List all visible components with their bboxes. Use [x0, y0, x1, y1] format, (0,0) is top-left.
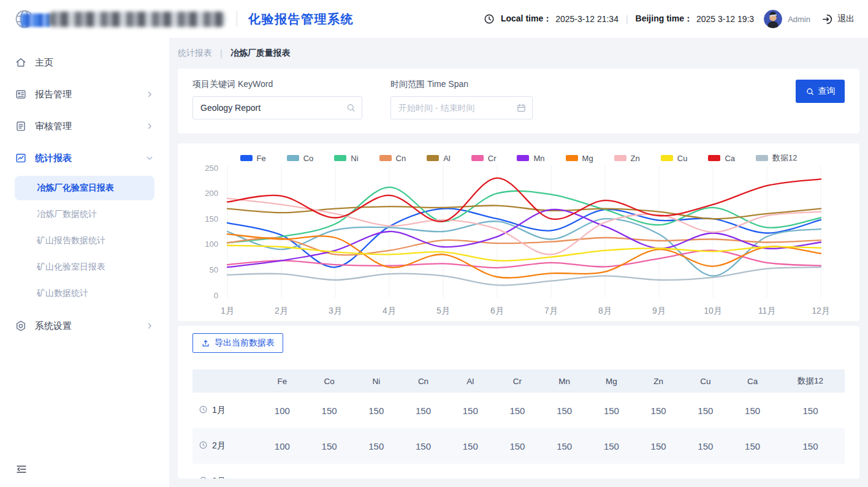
- legend-item-Fe[interactable]: Fe: [240, 153, 266, 163]
- legend-item-Co[interactable]: Co: [287, 153, 314, 163]
- company-name-blurred: [49, 12, 226, 27]
- legend-item-Zn[interactable]: Zn: [614, 153, 640, 163]
- legend-item-Ca[interactable]: Ca: [708, 153, 735, 163]
- sidebar-subitem[interactable]: 冶炼厂数据统计: [15, 202, 154, 227]
- chart-panel: Fe Co Ni Cn Al Cr Mn Mg Zn Cu Ca 数据12 1月…: [178, 143, 859, 321]
- keyword-input[interactable]: [192, 96, 362, 119]
- legend-item-Ni[interactable]: Ni: [334, 153, 358, 163]
- x-tick-label: 2月: [275, 306, 288, 315]
- export-button[interactable]: 导出当前数据表: [192, 333, 283, 353]
- header-cell-Ca: Ca: [729, 369, 776, 393]
- avatar-image: [764, 10, 782, 28]
- sidebar-item-report[interactable]: 报告管理: [15, 81, 154, 108]
- legend-label: Fe: [257, 154, 266, 163]
- legend-item-Mg[interactable]: Mg: [566, 153, 593, 163]
- legend-item-Cn[interactable]: Cn: [379, 153, 406, 163]
- search-icon: [346, 103, 356, 113]
- series-line-Ni: [227, 187, 821, 243]
- clock-icon: [199, 440, 208, 450]
- sidebar-subitem[interactable]: 冶炼厂化验室日报表: [15, 176, 154, 200]
- search-button-label: 查询: [818, 86, 836, 97]
- legend-swatch: [661, 155, 673, 161]
- sidebar-subitem[interactable]: 矿山化验室日报表: [15, 255, 154, 279]
- sidebar-subitem-label: 冶炼厂数据统计: [37, 209, 97, 220]
- sidebar-subitem[interactable]: 矿山报告数据统计: [15, 228, 154, 253]
- x-tick-label: 10月: [704, 306, 722, 315]
- sidebar-item-label: 统计报表: [35, 153, 72, 164]
- sidebar-subitem[interactable]: 矿山数据统计: [15, 281, 154, 306]
- legend-swatch: [334, 155, 346, 161]
- legend-item-数据12[interactable]: 数据12: [756, 153, 797, 163]
- value-cell: 150: [776, 428, 845, 464]
- sidebar-item-audit[interactable]: 审核管理: [15, 113, 154, 140]
- month-cell: 3月: [192, 464, 259, 478]
- table-body: 1月1001501501501501501501501501501501502月…: [192, 393, 845, 478]
- value-cell: 150: [635, 464, 682, 478]
- timespan-input[interactable]: [390, 96, 533, 119]
- local-time-value: 2025-3-12 21:34: [555, 14, 619, 24]
- x-tick-label: 11月: [758, 306, 776, 315]
- breadcrumb-parent[interactable]: 统计报表: [178, 48, 212, 59]
- value-cell: 150: [306, 393, 353, 428]
- value-cell: 150: [588, 428, 635, 464]
- value-cell: 150: [776, 393, 845, 428]
- avatar[interactable]: [764, 10, 782, 28]
- user-name[interactable]: Admin: [788, 15, 810, 24]
- sidebar-item-settings[interactable]: 系统设置: [15, 312, 154, 339]
- y-tick-label: 250: [205, 164, 218, 173]
- value-cell: 150: [541, 428, 588, 464]
- value-cell: 150: [635, 428, 682, 464]
- sidebar-item-label: 报告管理: [35, 89, 72, 100]
- legend-item-Mn[interactable]: Mn: [517, 153, 544, 163]
- series-line-Ca: [227, 178, 821, 222]
- logout-icon: [821, 13, 833, 25]
- legend-label: Cn: [396, 154, 406, 163]
- chevron-right-icon: [145, 121, 154, 131]
- legend-item-Cu[interactable]: Cu: [661, 153, 688, 163]
- legend-item-Al[interactable]: Al: [427, 153, 451, 163]
- beijing-time: Beijing time： 2025 3-12 19:3: [636, 13, 755, 25]
- sidebar-item-stats[interactable]: 统计报表: [15, 145, 154, 172]
- y-tick-label: 200: [205, 189, 218, 198]
- y-tick-label: 50: [210, 265, 218, 274]
- header-cell-Cr: Cr: [494, 369, 541, 393]
- table-row: 1月100150150150150150150150150150150150: [192, 393, 845, 428]
- value-cell: 150: [588, 393, 635, 428]
- sidebar-subitem-label: 冶炼厂化验室日报表: [37, 183, 114, 194]
- sidebar-item-home[interactable]: 主页: [15, 49, 154, 76]
- table-row: 2月100150150150150150150150150150150150: [192, 428, 845, 464]
- search-button[interactable]: 查询: [796, 80, 845, 103]
- legend-label: 数据12: [772, 153, 797, 164]
- header-divider: [237, 11, 237, 27]
- table-row: 3月100150150150150150150150150150150150: [192, 464, 845, 478]
- legend-label: Ni: [351, 154, 358, 163]
- legend-label: Ca: [725, 154, 735, 163]
- value-cell: 150: [729, 428, 776, 464]
- beijing-time-value: 2025 3-12 19:3: [696, 14, 754, 24]
- legend-label: Cu: [677, 154, 688, 163]
- legend-item-Cr[interactable]: Cr: [471, 153, 497, 163]
- timespan-label: 时间范围 Time Span: [390, 79, 533, 90]
- legend-swatch: [708, 155, 720, 161]
- value-cell: 150: [729, 464, 776, 478]
- logout-button[interactable]: 退出: [821, 13, 855, 25]
- y-tick-label: 150: [205, 214, 218, 224]
- clock-icon: [199, 405, 208, 414]
- header-cell-Co: Co: [306, 369, 353, 393]
- legend-swatch: [471, 155, 484, 161]
- value-cell: 150: [635, 393, 682, 428]
- x-tick-label: 5月: [436, 306, 450, 315]
- value-cell: 150: [541, 393, 588, 428]
- value-cell: 150: [352, 428, 400, 464]
- value-cell: 150: [352, 464, 400, 478]
- x-tick-label: 4月: [383, 306, 396, 315]
- legend-label: Mn: [533, 154, 544, 163]
- legend-swatch: [427, 155, 439, 161]
- chevron-down-icon: [145, 153, 154, 163]
- collapse-sidebar-button[interactable]: [15, 462, 28, 476]
- header-cell-Fe: Fe: [259, 369, 306, 393]
- report-icon: [15, 88, 27, 100]
- value-cell: 150: [682, 428, 729, 464]
- legend-swatch: [614, 155, 626, 161]
- value-cell: 100: [259, 428, 306, 464]
